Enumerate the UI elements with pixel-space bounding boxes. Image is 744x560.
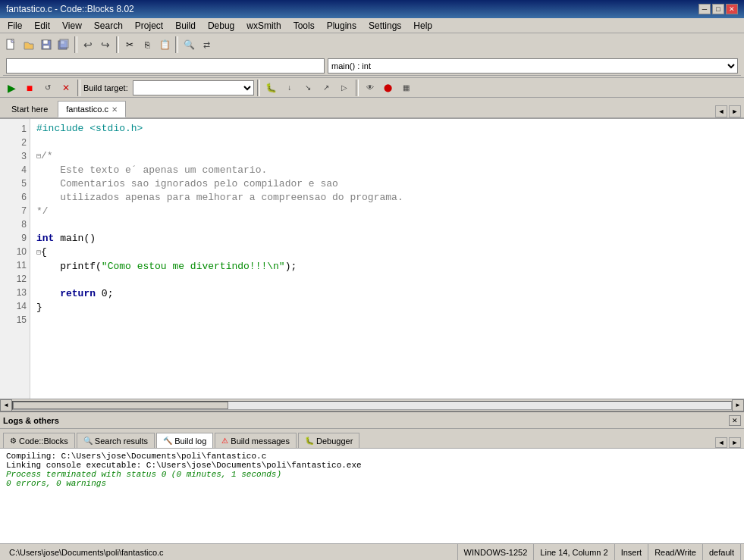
- status-profile: default: [703, 544, 741, 560]
- menu-wxsmith[interactable]: wxSmith: [240, 18, 287, 33]
- undo-button[interactable]: ↩: [80, 36, 96, 53]
- cut-button[interactable]: ✂: [121, 36, 138, 53]
- build-run-button[interactable]: ▶: [3, 80, 20, 96]
- tab-codeblocks-label: Code::Blocks: [19, 436, 68, 446]
- tab-fantastico[interactable]: fantastico.c ✕: [58, 101, 126, 117]
- tab-build-log-label: Build log: [174, 436, 206, 446]
- codeblocks-icon: ⚙: [10, 436, 17, 445]
- status-access: Read/Write: [648, 544, 703, 560]
- build-toolbar: ▶ ■ ↺ ✕ Build target: 🐛 ↓ ↘ ↗ ▷ 👁 ⬤ ▦: [0, 78, 744, 98]
- tab-search-results[interactable]: 🔍 Search results: [77, 433, 155, 448]
- tab-start-here[interactable]: Start here: [3, 101, 56, 117]
- address-bar: main() : int: [3, 56, 741, 76]
- hscroll-track[interactable]: [12, 401, 732, 410]
- tab-nav-left[interactable]: ◄: [715, 105, 727, 117]
- save-all-button[interactable]: [55, 36, 72, 53]
- log-line-4: 0 errors, 0 warnings: [6, 479, 738, 488]
- file-path-input[interactable]: [6, 58, 325, 74]
- editor-area: Start here fantastico.c ✕ ◄ ► 1 2 3 4 5 …: [0, 98, 744, 411]
- step-in-button[interactable]: ↘: [300, 80, 316, 96]
- line-numbers: 1 2 3 4 5 6 7 8 9 10 11 12 13 14 15: [0, 119, 30, 399]
- build-sep1: [77, 80, 80, 96]
- status-filepath: C:\Users\jose\Documents\poli\fantastico.…: [3, 544, 458, 560]
- watches-button[interactable]: 👁: [362, 80, 378, 96]
- scroll-right-button[interactable]: ►: [732, 399, 744, 411]
- tab-search-label: Search results: [95, 436, 148, 446]
- save-file-button[interactable]: [38, 36, 55, 53]
- log-line-1: Compiling: C:\Users\jose\Documents\poli\…: [6, 452, 738, 461]
- toolbar1: ↩ ↪ ✂ ⎘ 📋 🔍 ⇄: [3, 35, 741, 55]
- bottom-close-button[interactable]: ✕: [729, 415, 741, 426]
- log-line-2: Linking console executable: C:\Users\jos…: [6, 461, 738, 470]
- maximize-button[interactable]: □: [712, 4, 724, 14]
- menu-tools[interactable]: Tools: [287, 18, 321, 33]
- menu-view[interactable]: View: [56, 18, 88, 33]
- stop-button[interactable]: ■: [21, 80, 38, 96]
- scroll-left-button[interactable]: ◄: [0, 399, 12, 411]
- new-file-button[interactable]: [3, 36, 20, 53]
- main-layout: File Edit View Search Project Build Debu…: [0, 18, 744, 560]
- tab-codeblocks[interactable]: ⚙ Code::Blocks: [3, 433, 75, 448]
- tab-close-icon[interactable]: ✕: [111, 105, 118, 114]
- mem-dump-button[interactable]: ▦: [398, 80, 415, 96]
- title-buttons: ─ □ ✕: [698, 4, 738, 14]
- bottom-panel: Logs & others ✕ ⚙ Code::Blocks 🔍 Search …: [0, 411, 744, 543]
- tab-file-label: fantastico.c: [66, 105, 108, 114]
- horizontal-scrollbar[interactable]: ◄ ►: [0, 399, 744, 411]
- menu-project[interactable]: Project: [129, 18, 169, 33]
- tab-nav-right[interactable]: ►: [729, 105, 741, 117]
- tab-debugger-label: Debugger: [316, 436, 353, 446]
- status-mode: Insert: [615, 544, 649, 560]
- menu-help[interactable]: Help: [407, 18, 438, 33]
- bottom-nav-right[interactable]: ►: [729, 437, 741, 448]
- toolbar-sep1: [74, 36, 77, 53]
- redo-button[interactable]: ↪: [97, 36, 114, 53]
- tab-build-log[interactable]: 🔨 Build log: [156, 433, 213, 448]
- status-bar: C:\Users\jose\Documents\poli\fantastico.…: [0, 543, 744, 560]
- minimize-button[interactable]: ─: [698, 4, 711, 14]
- toolbar-area: ↩ ↪ ✂ ⎘ 📋 🔍 ⇄ main() : int: [0, 33, 744, 78]
- menu-bar: File Edit View Search Project Build Debu…: [0, 18, 744, 33]
- title-bar: fantastico.c - Code::Blocks 8.02 ─ □ ✕: [0, 0, 744, 18]
- build-sep2: [257, 80, 260, 96]
- menu-debug[interactable]: Debug: [202, 18, 240, 33]
- debug-button[interactable]: 🐛: [263, 80, 280, 96]
- hscroll-thumb[interactable]: [13, 402, 228, 409]
- code-editor[interactable]: #include <stdio.h> ⊟/* Este texto e´ ape…: [30, 119, 744, 399]
- svg-rect-7: [60, 39, 68, 48]
- tab-build-messages[interactable]: ⚠ Build messages: [215, 433, 297, 448]
- step-out-button[interactable]: ↗: [318, 80, 334, 96]
- menu-edit[interactable]: Edit: [28, 18, 56, 33]
- abort-button[interactable]: ✕: [58, 80, 74, 96]
- search-icon: 🔍: [83, 436, 93, 445]
- function-selector[interactable]: main() : int: [328, 58, 738, 74]
- paste-button[interactable]: 📋: [156, 36, 173, 53]
- menu-plugins[interactable]: Plugins: [321, 18, 363, 33]
- tab-debugger[interactable]: 🐛 Debugger: [298, 433, 359, 448]
- replace-button[interactable]: ⇄: [198, 36, 215, 53]
- menu-search[interactable]: Search: [88, 18, 129, 33]
- copy-button[interactable]: ⎘: [139, 36, 155, 53]
- rebuild-button[interactable]: ↺: [39, 80, 56, 96]
- title-text: fantastico.c - Code::Blocks 8.02: [6, 4, 134, 14]
- build-target-label: Build target:: [83, 83, 128, 92]
- menu-settings[interactable]: Settings: [363, 18, 407, 33]
- build-icon: 🔨: [163, 436, 172, 445]
- close-button[interactable]: ✕: [726, 4, 738, 14]
- breakpoints-button[interactable]: ⬤: [380, 80, 397, 96]
- debug-icon: 🐛: [305, 436, 314, 445]
- find-button[interactable]: 🔍: [181, 36, 197, 53]
- bottom-nav-left[interactable]: ◄: [715, 437, 727, 448]
- menu-file[interactable]: File: [2, 18, 28, 33]
- open-file-button[interactable]: [20, 36, 37, 53]
- build-target-select[interactable]: [133, 80, 254, 95]
- tab-bar: Start here fantastico.c ✕ ◄ ►: [0, 98, 744, 119]
- menu-build[interactable]: Build: [169, 18, 202, 33]
- next-line-button[interactable]: ↓: [281, 80, 298, 96]
- status-encoding: WINDOWS-1252: [458, 544, 535, 560]
- run-to-cursor-button[interactable]: ▷: [336, 80, 353, 96]
- build-log-content: Compiling: C:\Users\jose\Documents\poli\…: [0, 449, 744, 543]
- build-sep3: [356, 80, 359, 96]
- bottom-tabs: ⚙ Code::Blocks 🔍 Search results 🔨 Build …: [0, 429, 744, 449]
- status-position: Line 14, Column 2: [534, 544, 614, 560]
